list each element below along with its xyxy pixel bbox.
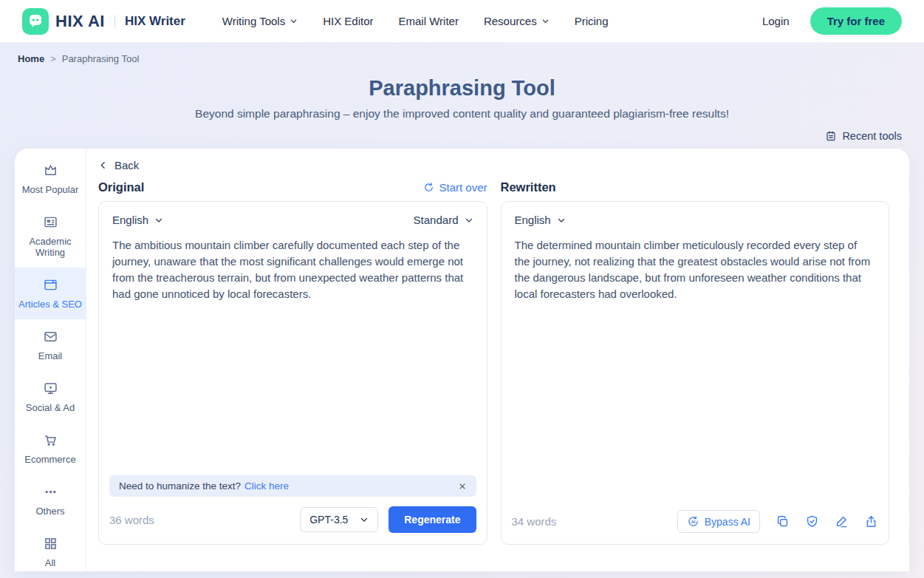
regenerate-button[interactable]: Regenerate — [389, 506, 476, 533]
header-actions: Login Try for free — [762, 7, 902, 35]
shield-check-icon[interactable] — [805, 514, 819, 528]
recent-tools-link[interactable]: Recent tools — [0, 130, 902, 142]
brand-name: HIX AI — [55, 12, 105, 31]
nav-pricing[interactable]: Pricing — [575, 15, 609, 27]
chevron-down-icon — [557, 216, 566, 225]
model-select[interactable]: GPT-3.5 — [300, 507, 378, 532]
original-word-count: 36 words — [109, 514, 154, 526]
breadcrumb-current: Paraphrasing Tool — [62, 53, 140, 64]
back-button[interactable]: Back — [98, 159, 889, 180]
edit-icon[interactable] — [835, 514, 849, 528]
chevron-down-icon — [290, 17, 298, 25]
share-icon[interactable] — [864, 514, 878, 528]
chevron-down-icon — [465, 216, 473, 225]
humanize-banner: Need to humanize the text? Click here — [109, 475, 476, 497]
breadcrumb-home[interactable]: Home — [18, 53, 44, 64]
tool-card: Most Popular Academic Writing Articles &… — [15, 149, 909, 571]
hix-logo-icon — [22, 8, 49, 35]
copy-icon[interactable] — [776, 514, 790, 528]
chevron-down-icon — [154, 216, 163, 225]
rewritten-word-count: 34 words — [512, 515, 557, 528]
newspaper-icon — [43, 214, 58, 230]
chevron-down-icon — [360, 515, 369, 524]
login-link[interactable]: Login — [762, 15, 790, 27]
refresh-icon — [423, 182, 434, 193]
clipboard-icon — [825, 130, 837, 142]
breadcrumb: Home > Paraphrasing Tool — [0, 43, 924, 64]
nav-writing-tools[interactable]: Writing Tools — [222, 15, 298, 27]
workspace: Back Original Start over Rewritten Engli… — [86, 149, 909, 571]
nav-resources[interactable]: Resources — [484, 15, 550, 27]
nav-hix-editor[interactable]: HIX Editor — [323, 15, 373, 27]
top-navigation-bar: HIX AI HIX Writer Writing Tools HIX Edit… — [0, 0, 924, 43]
nav-email-writer[interactable]: Email Writer — [399, 15, 459, 27]
ellipsis-icon — [43, 484, 58, 500]
sidebar-item-most-popular[interactable]: Most Popular — [15, 153, 86, 205]
chevron-down-icon — [541, 17, 550, 25]
original-text[interactable]: The ambitious mountain climber carefully… — [99, 226, 487, 302]
page-subtitle: Beyond simple paraphrasing – enjoy the i… — [0, 107, 924, 120]
svg-text:AI: AI — [691, 520, 695, 524]
mode-select[interactable]: Standard — [414, 214, 473, 226]
cart-icon — [43, 432, 58, 448]
grid-icon — [43, 536, 58, 551]
rewritten-heading: Rewritten — [501, 180, 556, 194]
main-nav: Writing Tools HIX Editor Email Writer Re… — [222, 15, 609, 27]
bypass-ai-icon: AI — [687, 515, 699, 528]
sidebar-item-ecommerce[interactable]: Ecommerce — [15, 423, 86, 475]
sidebar-item-email[interactable]: Email — [15, 319, 86, 371]
page-title: Paraphrasing Tool — [0, 76, 924, 101]
rewritten-language-select[interactable]: English — [515, 214, 566, 226]
humanize-link[interactable]: Click here — [244, 480, 289, 492]
sidebar-item-others[interactable]: Others — [15, 475, 86, 526]
monitor-play-icon — [43, 381, 58, 396]
close-icon[interactable] — [458, 482, 467, 491]
browser-icon — [43, 277, 58, 293]
category-sidebar: Most Popular Academic Writing Articles &… — [15, 149, 86, 571]
sidebar-item-all[interactable]: All — [15, 526, 86, 571]
hix-logo[interactable]: HIX AI — [22, 8, 105, 35]
crown-icon — [43, 163, 58, 178]
bypass-ai-button[interactable]: AI Bypass AI — [677, 510, 760, 533]
original-panel: English Standard The ambitious mountain … — [98, 201, 487, 545]
breadcrumb-separator: > — [50, 53, 56, 64]
panels: English Standard The ambitious mountain … — [98, 201, 889, 545]
envelope-icon — [43, 329, 58, 344]
try-for-free-button[interactable]: Try for free — [810, 7, 902, 35]
chevron-left-icon — [98, 160, 108, 170]
start-over-button[interactable]: Start over — [423, 181, 487, 194]
sidebar-item-articles-seo[interactable]: Articles & SEO — [15, 268, 86, 319]
original-heading: Original — [98, 180, 144, 194]
rewritten-panel: English The determined mountain climber … — [501, 201, 890, 545]
sidebar-item-social-ad[interactable]: Social & Ad — [15, 371, 86, 423]
panel-headers: Original Start over Rewritten — [98, 180, 889, 194]
product-name[interactable]: HIX Writer — [125, 14, 185, 29]
humanize-prompt: Need to humanize the text? — [119, 480, 241, 492]
rewritten-text[interactable]: The determined mountain climber meticulo… — [502, 226, 889, 302]
original-language-select[interactable]: English — [112, 214, 163, 226]
brand-divider — [114, 15, 115, 28]
sidebar-item-academic-writing[interactable]: Academic Writing — [15, 205, 86, 268]
